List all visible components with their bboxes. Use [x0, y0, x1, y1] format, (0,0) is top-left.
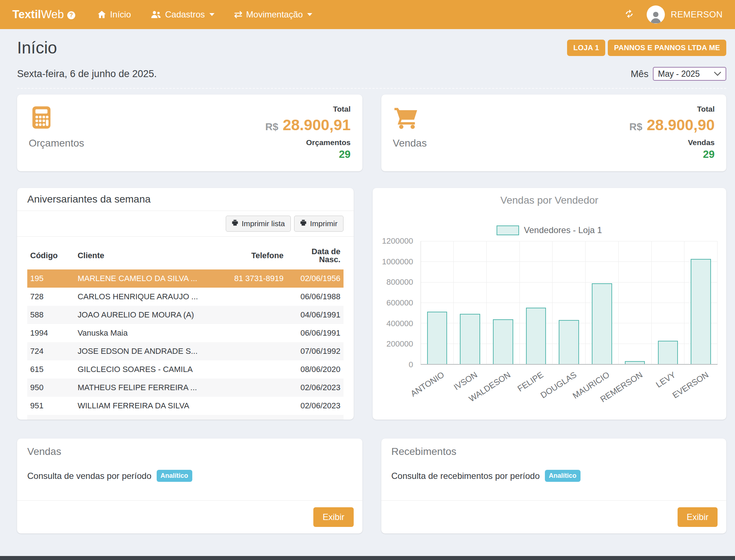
button-label: Imprimir	[310, 219, 338, 228]
bar-ivson	[460, 314, 480, 364]
table-row[interactable]: 728CARLOS HENRIQUE ARAUJO ...06/06/1988	[27, 288, 344, 306]
navbar: TextilWeb ? Início Cadastros ⇄ Movimenta…	[0, 0, 735, 29]
column-header: Data de Nasc.	[286, 237, 344, 269]
birthdays-card: Aniversariantes da semana Imprimir lista…	[17, 188, 354, 420]
user-name: REMERSON	[671, 9, 723, 20]
bar-antonio	[427, 312, 447, 364]
bar-waldeson	[493, 319, 513, 364]
table-row[interactable]: 724JOSE EDSON DE ANDRADE S...07/06/1992	[27, 342, 344, 360]
company-button[interactable]: PANNOS E PANNOS LTDA ME	[608, 40, 726, 56]
bar-everson	[691, 259, 711, 364]
button-label: Imprimir lista	[242, 219, 285, 228]
bar-douglas	[559, 320, 579, 364]
table-row[interactable]: 615GILCLECIO SOARES - CAMILA08/06/2020	[27, 360, 344, 379]
nav-item-movimentacao[interactable]: ⇄ Movimentação	[234, 9, 313, 20]
y-tick-label: 800000	[386, 277, 413, 287]
y-tick-label: 600000	[386, 298, 413, 308]
x-axis-labels: ANTONIOIVSONWALDESONFELIPEDOUGLASMAURICI…	[421, 365, 718, 403]
analitico-badge: Analítico	[545, 470, 581, 482]
table-row[interactable]: 195MARLENE CAMELO DA SILVA ...81 3731-89…	[27, 269, 344, 288]
vendas-report-card: Vendas Consulta de vendas por período An…	[17, 439, 362, 533]
count-value: 29	[265, 148, 351, 160]
refresh-icon[interactable]	[624, 9, 634, 20]
card-description: Consulta de recebimentos por período	[391, 471, 540, 481]
count-label: Orçamentos	[265, 138, 351, 147]
current-date: Sexta-feira, 6 de junho de 2025.	[17, 68, 157, 80]
orcamentos-card: Orçamentos Total R$ 28.900,91 Orçamentos…	[17, 95, 362, 171]
bar-remerson	[625, 361, 645, 364]
table-row[interactable]: 950MATHEUS FELIPE FERREIRA ...02/06/2023	[27, 379, 344, 397]
footer-bar	[0, 556, 735, 560]
month-select[interactable]: May - 2025	[653, 67, 726, 81]
nav-item-cadastros[interactable]: Cadastros	[150, 9, 214, 20]
legend-label: Vendedores - Loja 1	[524, 225, 602, 235]
store-button[interactable]: LOJA 1	[567, 40, 605, 56]
y-tick-label: 0	[409, 360, 413, 369]
y-tick-label: 1000000	[382, 257, 413, 267]
birthday-table-body: 195MARLENE CAMELO DA SILVA ...81 3731-89…	[27, 269, 344, 420]
chevron-down-icon	[307, 13, 312, 16]
vendas-card: Vendas Total R$ 28.900,90 Vendas 29	[381, 95, 727, 171]
card-name: Orçamentos	[29, 137, 84, 149]
table-row[interactable]: 587JULIANA LIMA DE ANDRADE99307-690705/0…	[27, 415, 344, 420]
month-select-value: May - 2025	[658, 69, 700, 79]
chart-title: Vendas por Vendedor	[381, 195, 718, 206]
printer-icon	[300, 219, 307, 228]
y-axis-labels: 120000010000008000006000004000002000000	[381, 241, 417, 365]
bar-levy	[658, 341, 678, 364]
cart-icon	[393, 105, 418, 130]
column-header: Código	[27, 237, 75, 269]
analitico-badge: Analítico	[157, 470, 192, 482]
avatar	[647, 5, 665, 24]
chart-plot	[421, 241, 718, 365]
card-description: Consulta de vendas por período	[27, 471, 152, 481]
nav-label: Início	[110, 9, 131, 20]
table-row[interactable]: 1994Vanuska Maia06/06/1991	[27, 324, 344, 342]
birthdays-table: CódigoClienteTelefoneData de Nasc. 195MA…	[27, 237, 344, 420]
card-title: Recebimentos	[391, 446, 716, 457]
birthday-table-head-row: CódigoClienteTelefoneData de Nasc.	[27, 237, 344, 269]
nav-right: REMERSON	[624, 5, 723, 24]
month-label: Mês	[631, 68, 648, 80]
brand-bold: Textil	[12, 8, 41, 21]
exibir-button[interactable]: Exibir	[313, 507, 353, 527]
nav-menu: Início Cadastros ⇄ Movimentação	[97, 9, 312, 20]
nav-item-inicio[interactable]: Início	[97, 9, 131, 20]
total-label: Total	[629, 105, 715, 113]
main-content: Início LOJA 1 PANNOS E PANNOS LTDA ME Se…	[0, 29, 735, 533]
x-tick-label: IVSON	[452, 370, 479, 392]
column-header: Cliente	[75, 237, 220, 269]
y-tick-label: 200000	[386, 339, 413, 349]
table-row[interactable]: 951WILLIAM FERREIRA DA SILVA02/06/2023	[27, 397, 344, 415]
user-menu[interactable]: REMERSON	[647, 5, 723, 24]
chevron-down-icon	[714, 72, 721, 76]
total-amount: 28.900,91	[283, 116, 351, 134]
x-tick-label: LEVY	[654, 370, 677, 390]
birthdays-title: Aniversariantes da semana	[27, 193, 344, 205]
page-header: Início LOJA 1 PANNOS E PANNOS LTDA ME	[17, 38, 726, 57]
card-name: Vendas	[393, 137, 427, 149]
count-label: Vendas	[629, 138, 715, 147]
currency: R$	[629, 121, 642, 133]
print-button[interactable]: Imprimir	[294, 216, 344, 232]
exibir-button[interactable]: Exibir	[678, 507, 718, 527]
brand-light: Web	[41, 8, 64, 21]
page-title: Início	[17, 38, 57, 57]
x-tick-label: ANTONIO	[409, 370, 446, 399]
print-list-button[interactable]: Imprimir lista	[226, 216, 291, 232]
bar-felipe	[526, 308, 546, 364]
total-label: Total	[265, 105, 351, 113]
bar-mauricio	[592, 283, 612, 364]
table-row[interactable]: 588JOAO AURELIO DE MOURA (A)04/06/1991	[27, 306, 344, 324]
chart-legend[interactable]: Vendedores - Loja 1	[381, 225, 718, 235]
brand-logo[interactable]: TextilWeb ?	[12, 8, 75, 21]
currency: R$	[265, 121, 278, 133]
total-amount: 28.900,90	[647, 116, 715, 134]
chart-area: 120000010000008000006000004000002000000 …	[381, 241, 718, 403]
home-icon	[97, 10, 107, 19]
nav-label: Movimentação	[246, 9, 303, 20]
chart-bars	[421, 241, 718, 364]
help-icon[interactable]: ?	[67, 11, 75, 19]
printer-icon	[232, 219, 238, 228]
date-row: Sexta-feira, 6 de junho de 2025. Mês May…	[17, 67, 726, 81]
